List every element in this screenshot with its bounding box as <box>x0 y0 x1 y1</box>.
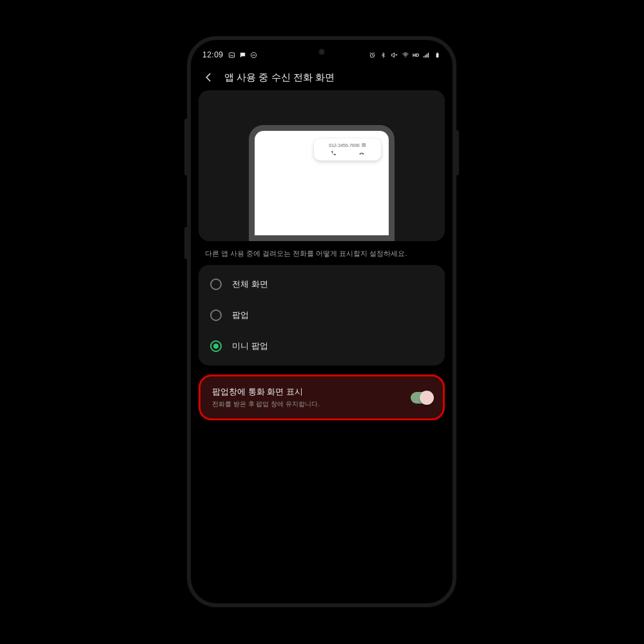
dnd-icon <box>250 51 258 59</box>
radio-icon <box>210 309 222 321</box>
bixby-button <box>184 227 188 259</box>
screen: 12:09 <box>193 43 450 601</box>
image-icon <box>228 51 236 59</box>
preview-phone-frame: 012-3456-7890 ▧ <box>249 125 395 241</box>
display-option-group: 전체 화면 팝업 미니 팝업 <box>199 265 445 366</box>
highlight-annotation: 팝업창에 통화 화면 표시 전화를 받은 후 팝업 창에 유지합니다. <box>199 375 445 420</box>
power-button <box>455 130 459 175</box>
answer-icon <box>329 150 337 158</box>
keep-in-popup-row[interactable]: 팝업창에 통화 화면 표시 전화를 받은 후 팝업 창에 유지합니다. <box>202 378 442 417</box>
back-button[interactable] <box>202 71 215 84</box>
toggle-subtitle: 전화를 받은 후 팝업 창에 유지합니다. <box>212 400 320 409</box>
option-popup[interactable]: 팝업 <box>199 300 445 331</box>
expand-icon: ▧ <box>362 142 366 148</box>
mute-icon <box>391 51 398 59</box>
option-label: 전체 화면 <box>232 278 268 290</box>
volume-button <box>184 119 188 175</box>
clock: 12:09 <box>202 50 224 59</box>
option-label: 미니 팝업 <box>232 340 268 352</box>
toggle-title: 팝업창에 통화 화면 표시 <box>212 386 320 398</box>
svg-point-4 <box>405 56 405 57</box>
option-fullscreen[interactable]: 전체 화면 <box>199 269 445 300</box>
signal-icon <box>422 51 430 59</box>
preview-phone-number: 012-3456-7890 <box>329 143 360 148</box>
bluetooth-icon <box>380 51 387 59</box>
hint-text: 다른 앱 사용 중에 걸려오는 전화를 어떻게 표시할지 설정하세요. <box>199 241 445 265</box>
battery-icon <box>433 51 441 59</box>
toggle-knob <box>420 391 434 405</box>
toggle-switch[interactable] <box>411 392 433 404</box>
radio-icon <box>210 340 222 352</box>
svg-rect-5 <box>436 53 438 57</box>
chat-icon <box>239 51 247 59</box>
app-header: 앱 사용 중 수신 전화 화면 <box>193 62 450 90</box>
radio-icon <box>210 278 222 290</box>
option-label: 팝업 <box>232 309 249 321</box>
camera-hole <box>318 48 326 56</box>
wifi-icon <box>402 51 409 59</box>
device-frame: 12:09 <box>187 36 456 607</box>
alarm-icon <box>369 51 376 59</box>
page-title: 앱 사용 중 수신 전화 화면 <box>224 72 335 84</box>
decline-icon <box>357 150 366 158</box>
preview-card: 012-3456-7890 ▧ <box>199 90 445 241</box>
svg-rect-6 <box>436 52 438 53</box>
preview-phone-screen: 012-3456-7890 ▧ <box>255 131 389 235</box>
hd-voice-icon: HD <box>413 53 419 57</box>
option-minipopup[interactable]: 미니 팝업 <box>199 331 445 362</box>
preview-mini-popup: 012-3456-7890 ▧ <box>314 139 381 161</box>
